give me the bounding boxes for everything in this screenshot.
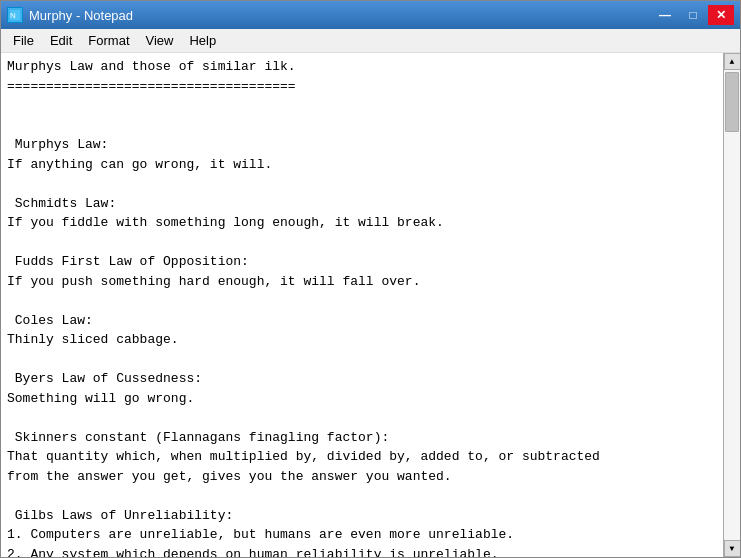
app-icon: N	[7, 7, 23, 23]
content-area: ▲ ▼	[1, 53, 740, 557]
title-bar: N Murphy - Notepad — □ ✕	[1, 1, 740, 29]
close-button[interactable]: ✕	[708, 5, 734, 25]
menu-help[interactable]: Help	[181, 30, 224, 52]
menu-file[interactable]: File	[5, 30, 42, 52]
menu-edit[interactable]: Edit	[42, 30, 80, 52]
maximize-button[interactable]: □	[680, 5, 706, 25]
window-title: Murphy - Notepad	[29, 8, 133, 23]
title-bar-left: N Murphy - Notepad	[7, 7, 133, 23]
menu-bar: File Edit Format View Help	[1, 29, 740, 53]
vertical-scrollbar[interactable]: ▲ ▼	[723, 53, 740, 557]
menu-format[interactable]: Format	[80, 30, 137, 52]
minimize-button[interactable]: —	[652, 5, 678, 25]
text-area-wrapper	[1, 53, 723, 557]
text-editor[interactable]	[1, 53, 723, 557]
scroll-track[interactable]	[724, 70, 740, 540]
menu-view[interactable]: View	[138, 30, 182, 52]
main-window: N Murphy - Notepad — □ ✕ File Edit Forma…	[0, 0, 741, 558]
scroll-down-button[interactable]: ▼	[724, 540, 741, 557]
scroll-up-button[interactable]: ▲	[724, 53, 741, 70]
svg-text:N: N	[10, 11, 16, 20]
title-controls: — □ ✕	[652, 5, 734, 25]
scroll-thumb[interactable]	[725, 72, 739, 132]
